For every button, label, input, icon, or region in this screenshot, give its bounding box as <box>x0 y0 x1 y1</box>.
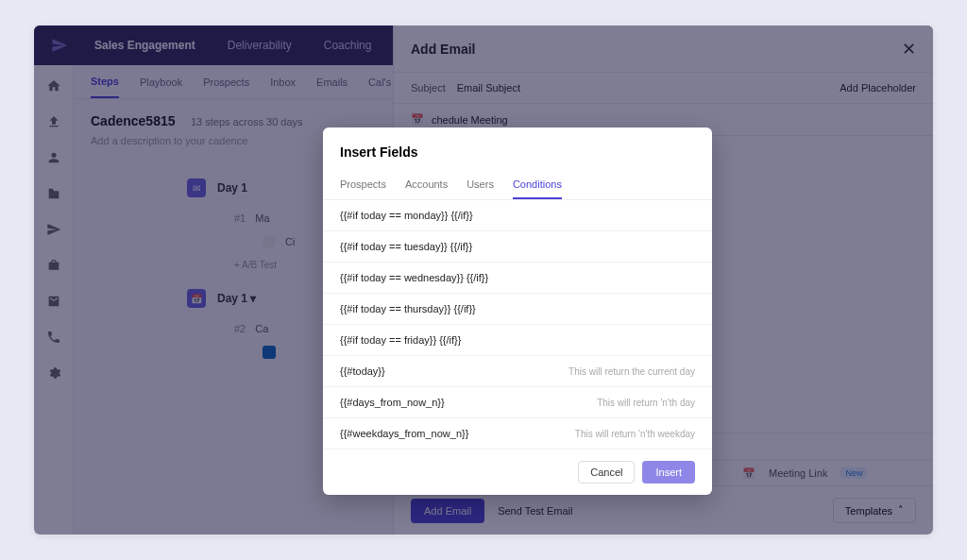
field-row[interactable]: {{#if today == monday}} {{/if}} <box>323 200 712 231</box>
field-row[interactable]: {{#if today == tuesday}} {{/if}} <box>323 231 712 263</box>
field-row[interactable]: {{#weekdays_from_now_n}}This will return… <box>323 418 712 450</box>
modal-tabs: Prospects Accounts Users Conditions <box>323 171 712 200</box>
app-window: Sales Engagement Deliverability Coaching… <box>34 25 933 535</box>
insert-button[interactable]: Insert <box>642 461 695 484</box>
modal-tab-prospects[interactable]: Prospects <box>340 171 386 199</box>
insert-fields-modal: Insert Fields Prospects Accounts Users C… <box>323 127 712 495</box>
field-row[interactable]: {{#if today == thursday}} {{/if}} <box>323 294 712 325</box>
cancel-button[interactable]: Cancel <box>578 461 635 484</box>
modal-field-list: {{#if today == monday}} {{/if}} {{#if to… <box>323 200 712 450</box>
modal-tab-users[interactable]: Users <box>467 171 494 199</box>
modal-footer: Cancel Insert <box>323 450 712 495</box>
field-row[interactable]: {{#today}}This will return the current d… <box>323 356 712 387</box>
field-row[interactable]: {{#if today == friday}} {{/if}} <box>323 325 712 356</box>
field-row[interactable]: {{#if today == wednesday}} {{/if}} <box>323 263 712 294</box>
field-row[interactable]: {{#days_from_now_n}}This will return 'n'… <box>323 387 712 418</box>
modal-title: Insert Fields <box>323 144 712 171</box>
modal-tab-accounts[interactable]: Accounts <box>405 171 448 199</box>
modal-tab-conditions[interactable]: Conditions <box>513 171 562 199</box>
